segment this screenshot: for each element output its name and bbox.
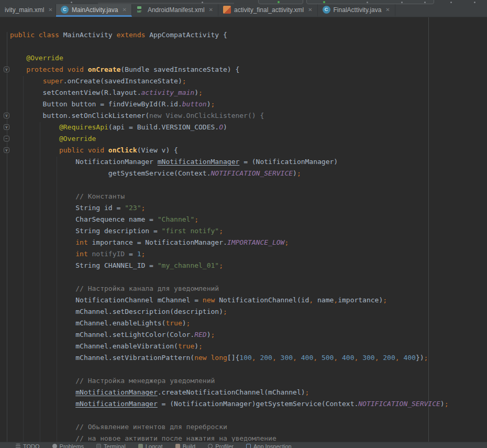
code-line — [10, 410, 487, 421]
tool-window-label: App Inspection — [253, 443, 292, 448]
code-line: // Обьявление интентов для переброски — [10, 421, 487, 433]
toolbar-icon[interactable] — [367, 2, 368, 3]
tool-window-button-build[interactable]: Build — [175, 443, 195, 448]
code-line: // Константы — [10, 191, 487, 202]
code-line: mChannel.enableVibration(true); — [10, 341, 487, 352]
code-line: @Override — [10, 133, 487, 145]
toolbar-icon[interactable] — [71, 2, 72, 3]
code-line: mNotificationManager.createNotificationC… — [10, 387, 487, 398]
tab-activity-final-acttivity-xml[interactable]: activity_final_acttivity.xml✕ — [218, 4, 318, 17]
toolbar-icon[interactable] — [424, 2, 426, 3]
code-line: mChannel.setLightColor(Color.RED); — [10, 329, 487, 341]
code-line — [10, 271, 487, 283]
code-line: // на новое активити после нажатия на ув… — [10, 433, 487, 442]
code-line: @Override — [10, 52, 487, 64]
tab-label: MainActivity.java — [72, 6, 118, 14]
code-line: @RequiresApi(api = Build.VERSION_CODES.O… — [10, 122, 487, 133]
todo-icon — [16, 444, 20, 448]
code-line: mNotificationManager = (NotificationMana… — [10, 398, 487, 410]
code-line: public void onClick(View v) { — [10, 145, 487, 156]
close-icon[interactable]: ✕ — [48, 7, 52, 13]
code-line: button.setOnClickListener(new View.OnCli… — [10, 110, 487, 122]
tab-label: AndroidManifest.xml — [148, 6, 205, 14]
tab-mainactivity-java[interactable]: CMainActivity.java✕ — [56, 4, 132, 17]
code-line: CharSequence name = "Channel"; — [10, 214, 487, 225]
build-icon — [175, 444, 180, 448]
code-line: mChannel.enableLights(true); — [10, 318, 487, 329]
code-line: getSystemService(Context.NOTIFICATION_SE… — [10, 168, 487, 179]
fold-marker-icon[interactable]: ∨ — [4, 147, 9, 153]
tab-label: ivity_main.xml — [5, 6, 44, 14]
run-config-widget[interactable] — [258, 0, 303, 4]
java-class-icon: C — [61, 6, 69, 14]
tool-window-button-logcat[interactable]: Logcat — [138, 443, 163, 448]
code-line: NotificationManager mNotificationManager… — [10, 156, 487, 168]
code-line: String description = "first notify"; — [10, 225, 487, 237]
toolbar-icon[interactable] — [202, 2, 203, 3]
code-line: Button button = findViewById(R.id.button… — [10, 99, 487, 110]
code-line: String CHANNEL_ID = "my_channel_01"; — [10, 260, 487, 271]
fold-marker-icon[interactable]: − — [4, 136, 9, 141]
code-line: mChannel.setVibrationPattern(new long[]{… — [10, 352, 487, 364]
tab-ivity-main-xml[interactable]: ivity_main.xml✕ — [0, 4, 56, 17]
code-line — [10, 179, 487, 191]
profiler-icon — [208, 444, 213, 448]
app-inspection-icon — [246, 444, 251, 448]
code-line: setContentView(R.layout.activity_main); — [10, 87, 487, 99]
close-icon[interactable]: ✕ — [122, 7, 126, 13]
tool-window-bar: TODOProblemsTerminalLogcatBuildProfilerA… — [0, 442, 487, 448]
problems-icon — [52, 444, 57, 448]
fold-marker-icon[interactable]: ∨ — [4, 124, 9, 130]
toolbar-sliver — [0, 0, 487, 4]
logcat-icon — [138, 444, 143, 448]
code-line: protected void onCreate(Bundle savedInst… — [10, 64, 487, 75]
device-status-icon[interactable] — [323, 1, 325, 3]
fold-marker-icon[interactable]: ∨ — [4, 113, 9, 118]
java-class-icon: C — [323, 6, 330, 14]
tool-window-label: Build — [183, 443, 195, 448]
close-icon[interactable]: ✕ — [209, 7, 213, 13]
code-line — [10, 41, 487, 52]
run-icon[interactable] — [278, 1, 280, 3]
code-area[interactable]: public class MainActivity extends AppCom… — [0, 17, 487, 442]
code-line: int notifyID = 1; — [10, 248, 487, 260]
tool-window-label: Terminal — [104, 443, 126, 448]
tab-label: FinalActtivity.java — [334, 6, 382, 14]
tab-finalacttivity-java[interactable]: CFinalActtivity.java✕ — [318, 4, 395, 17]
tool-window-label: Profiler — [215, 443, 234, 448]
layout-xml-file-icon — [223, 6, 231, 14]
toolbar-icon[interactable] — [401, 2, 403, 3]
terminal-icon — [96, 444, 101, 448]
android-studio-window: { "tabs": [ {"label": "ivity_main.xml", … — [0, 0, 487, 448]
manifest-file-icon: MF — [137, 6, 145, 14]
device-selector-widget[interactable] — [306, 0, 434, 4]
code-line: NotificationChannel mChannel = new Notif… — [10, 294, 487, 306]
code-line — [10, 364, 487, 375]
code-editor[interactable]: public class MainActivity extends AppCom… — [0, 17, 487, 442]
code-line: // Настройка канала для уведомлений — [10, 283, 487, 294]
tool-window-label: Logcat — [146, 443, 163, 448]
tool-window-label: TODO — [23, 443, 40, 448]
code-line: public class MainActivity extends AppCom… — [10, 29, 487, 41]
tab-label: activity_final_acttivity.xml — [234, 6, 304, 14]
toolbar-icon[interactable] — [474, 2, 475, 3]
code-line: super.onCreate(savedInstanceState); — [10, 75, 487, 87]
tool-window-button-app-inspection[interactable]: App Inspection — [246, 443, 292, 448]
fold-marker-icon[interactable]: ∨ — [4, 67, 9, 72]
close-icon[interactable]: ✕ — [308, 7, 312, 13]
tool-window-button-todo[interactable]: TODO — [16, 443, 40, 448]
editor-tab-bar: ivity_main.xml✕CMainActivity.java✕MFAndr… — [0, 4, 487, 17]
tool-window-button-profiler[interactable]: Profiler — [208, 443, 234, 448]
tool-window-label: Problems — [60, 443, 84, 448]
tool-window-button-terminal[interactable]: Terminal — [96, 443, 126, 448]
toolbar-icon[interactable] — [450, 2, 452, 3]
code-line: String id = "23"; — [10, 202, 487, 214]
code-line: // Настройка менеджера уведомлений — [10, 375, 487, 387]
code-line: int importance = NotificationManager.IMP… — [10, 237, 487, 248]
code-line: mChannel.setDescription(description); — [10, 306, 487, 318]
tab-androidmanifest-xml[interactable]: MFAndroidManifest.xml✕ — [132, 4, 218, 17]
close-icon[interactable]: ✕ — [385, 7, 390, 13]
tool-window-button-problems[interactable]: Problems — [52, 443, 84, 448]
